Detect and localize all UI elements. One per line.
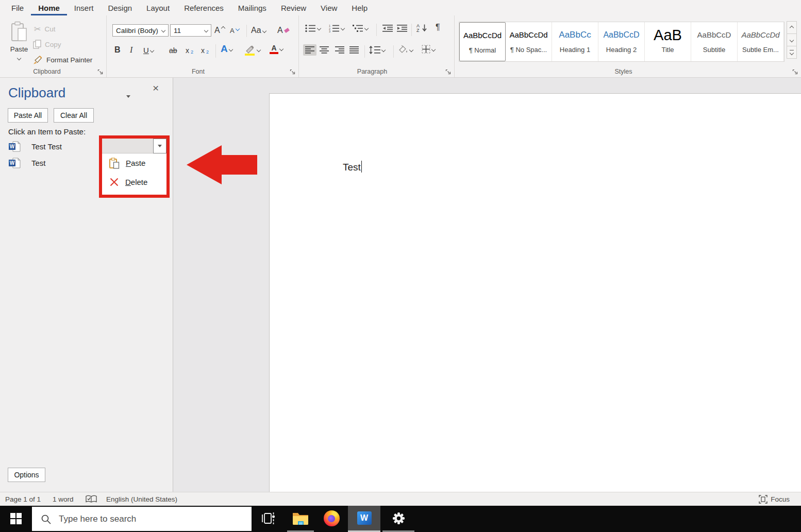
- styles-gallery-rail: [787, 22, 797, 59]
- style-subtitle[interactable]: AaBbCcD Subtitle: [691, 22, 738, 61]
- paste-button[interactable]: Paste: [6, 21, 32, 68]
- superscript-digit: 2: [206, 49, 209, 55]
- decrease-indent-button[interactable]: [382, 24, 393, 32]
- tab-help[interactable]: Help: [344, 0, 375, 15]
- tab-insert[interactable]: Insert: [67, 0, 101, 15]
- proofing-status[interactable]: [86, 492, 97, 506]
- start-button[interactable]: [10, 513, 22, 524]
- chevron-down-icon: [341, 26, 345, 30]
- options-button[interactable]: Options: [8, 468, 45, 482]
- tab-file[interactable]: File: [4, 0, 31, 15]
- style-heading-1[interactable]: AaBbCc Heading 1: [552, 22, 598, 61]
- change-case-button[interactable]: Aa: [251, 26, 266, 35]
- chevron-down-icon: [150, 48, 154, 53]
- clipboard-item-hover-field[interactable]: [102, 139, 153, 153]
- delete-x-icon: [109, 177, 119, 187]
- align-right-icon: [335, 46, 344, 54]
- tab-design[interactable]: Design: [101, 0, 139, 15]
- clear-all-button[interactable]: Clear All: [54, 108, 94, 123]
- chevron-up-icon: [790, 25, 794, 29]
- paste-all-button[interactable]: Paste All: [8, 108, 48, 123]
- clipboard-pane-hint: Click an Item to Paste:: [8, 127, 86, 136]
- italic-button[interactable]: I: [130, 45, 132, 55]
- underline-button[interactable]: U: [143, 46, 154, 55]
- focus-mode-button[interactable]: Focus: [759, 492, 790, 506]
- menu-item-delete[interactable]: Delete: [102, 173, 166, 192]
- gear-icon: [392, 511, 406, 525]
- sort-button[interactable]: A Z: [416, 23, 428, 32]
- bullets-button[interactable]: [305, 24, 321, 32]
- document-page[interactable]: Test: [269, 93, 801, 492]
- taskbar-search[interactable]: [32, 507, 252, 531]
- copy-button[interactable]: Copy: [33, 38, 61, 50]
- style-normal[interactable]: AaBbCcDd ¶ Normal: [459, 22, 506, 61]
- clipboard-item[interactable]: W Test Test: [9, 140, 62, 152]
- line-spacing-button[interactable]: [369, 46, 385, 54]
- format-painter-button[interactable]: Format Painter: [33, 54, 92, 66]
- font-name-combo[interactable]: Calibri (Body): [112, 24, 169, 37]
- borders-button[interactable]: [422, 45, 435, 54]
- cut-button[interactable]: ✂ Cut: [34, 23, 55, 35]
- proofing-book-icon: [86, 495, 97, 504]
- chevron-down-icon: [364, 26, 369, 30]
- shading-button[interactable]: [398, 45, 413, 54]
- text-effects-button[interactable]: A: [221, 43, 232, 55]
- clear-formatting-button[interactable]: A: [277, 26, 289, 35]
- tab-mailings[interactable]: Mailings: [231, 0, 274, 15]
- gallery-more-button[interactable]: [787, 46, 797, 59]
- clipboard-item[interactable]: W Test: [9, 157, 46, 169]
- page-indicator[interactable]: Page 1 of 1: [5, 492, 41, 506]
- decrease-indent-icon: [382, 24, 393, 32]
- clipboard-dialog-launcher-icon[interactable]: [97, 69, 103, 75]
- search-input[interactable]: [58, 513, 235, 525]
- tab-references[interactable]: References: [177, 0, 231, 15]
- firefox-button[interactable]: [318, 506, 345, 530]
- styles-dialog-launcher-icon[interactable]: [792, 69, 798, 75]
- word-count[interactable]: 1 word: [53, 492, 74, 506]
- style-name: ¶ No Spac...: [506, 46, 552, 54]
- font-color-button[interactable]: A: [270, 45, 283, 54]
- settings-button[interactable]: [382, 506, 414, 530]
- shrink-font-button[interactable]: A: [230, 27, 239, 35]
- menu-item-paste[interactable]: Paste: [102, 153, 166, 173]
- task-view-button[interactable]: [257, 506, 280, 530]
- show-formatting-marks-button[interactable]: ¶: [436, 23, 440, 32]
- sort-icon: A Z: [416, 23, 428, 32]
- dropdown-arrow-icon: [158, 145, 162, 147]
- word-app-icon: W: [357, 511, 372, 525]
- align-left-button[interactable]: [303, 44, 316, 56]
- strikethrough-button[interactable]: ab: [169, 46, 177, 55]
- style-title[interactable]: AaB Title: [645, 22, 691, 61]
- align-center-button[interactable]: [320, 46, 329, 54]
- align-right-button[interactable]: [335, 46, 344, 54]
- superscript-button[interactable]: x2: [201, 46, 209, 55]
- style-heading-2[interactable]: AaBbCcD Heading 2: [598, 22, 645, 61]
- paragraph-dialog-launcher-icon[interactable]: [445, 69, 451, 75]
- numbering-button[interactable]: 1 2 3: [329, 24, 344, 32]
- tab-view[interactable]: View: [313, 0, 344, 15]
- word-taskbar-button[interactable]: W: [348, 506, 380, 530]
- font-dialog-launcher-icon[interactable]: [290, 69, 295, 75]
- tab-home[interactable]: Home: [31, 0, 67, 15]
- line-spacing-icon: [369, 46, 380, 54]
- justify-button[interactable]: [349, 46, 359, 54]
- style-subtle-emphasis[interactable]: AaBbCcDd Subtle Em...: [738, 22, 784, 61]
- bold-button[interactable]: B: [114, 45, 121, 55]
- gallery-scroll-down-button[interactable]: [787, 33, 797, 46]
- text-highlight-button[interactable]: [244, 45, 260, 56]
- tab-review[interactable]: Review: [274, 0, 313, 15]
- increase-indent-button[interactable]: [397, 24, 407, 32]
- subscript-button[interactable]: x2: [186, 46, 193, 55]
- file-explorer-button[interactable]: [287, 506, 314, 530]
- font-size-combo[interactable]: 11: [170, 24, 211, 37]
- item-dropdown-button[interactable]: [153, 139, 166, 153]
- grow-font-button[interactable]: A: [214, 26, 225, 35]
- gallery-scroll-up-button[interactable]: [787, 21, 797, 34]
- firefox-icon: [324, 510, 340, 526]
- tab-layout[interactable]: Layout: [139, 0, 177, 15]
- pane-close-button[interactable]: ×: [153, 82, 159, 94]
- pane-menu-button[interactable]: [126, 91, 130, 100]
- multilevel-list-button[interactable]: [353, 24, 368, 32]
- style-no-spacing[interactable]: AaBbCcDd ¶ No Spac...: [506, 22, 552, 61]
- language-indicator[interactable]: English (United States): [106, 492, 177, 506]
